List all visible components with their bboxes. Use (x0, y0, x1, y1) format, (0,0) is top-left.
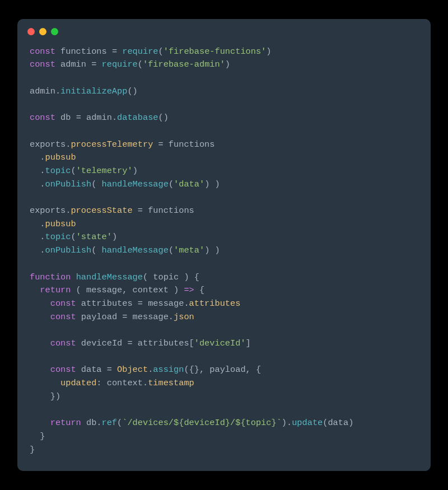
code-token: exports. (30, 139, 71, 150)
code-line: } (30, 445, 35, 455)
code-token: . (148, 365, 153, 375)
code-line: const attributes = message.attributes (30, 298, 240, 309)
code-token: ) { (179, 272, 199, 282)
code-token: 'telemetry' (76, 166, 133, 176)
code-token: ( (91, 179, 101, 189)
code-token (30, 365, 50, 375)
code-token: ( message, context ) (71, 285, 184, 295)
code-token: => (184, 285, 194, 295)
code-token: topic (153, 272, 179, 282)
code-token: = functions (153, 139, 214, 150)
code-token: : context. (96, 378, 148, 388)
code-token: ({}, payload, { (184, 365, 261, 375)
code-token: () (158, 113, 169, 123)
code-token: handleMessage (102, 179, 169, 189)
code-token: ( (169, 245, 174, 255)
code-token: ( (169, 179, 174, 189)
code-token: admin. (30, 86, 60, 96)
code-token: ) ) (204, 179, 220, 189)
code-token: = admin. (76, 113, 117, 123)
code-token: (data) (323, 418, 353, 428)
code-token: 'meta' (174, 245, 204, 255)
code-token: = (91, 59, 101, 69)
code-token (30, 418, 50, 428)
code-window: const functions = require('firebase-func… (17, 19, 431, 472)
code-token: onPublish (45, 245, 92, 255)
traffic-light-zoom-icon[interactable] (51, 28, 58, 35)
code-line: .pubsub (30, 219, 76, 229)
code-token: deviceId (76, 338, 128, 348)
code-token: 'firebase-admin' (143, 59, 225, 69)
code-token: ( (138, 59, 143, 69)
code-token: . (30, 152, 45, 162)
code-token: () (127, 86, 137, 96)
code-token: topic (45, 166, 71, 176)
code-token (30, 298, 50, 309)
code-token: = message. (122, 312, 174, 322)
code-token: } (30, 431, 45, 441)
code-line: .pubsub (30, 152, 76, 162)
code-token: db (55, 113, 76, 123)
code-token: processState (71, 206, 132, 216)
code-token: database (117, 113, 158, 123)
code-token: handleMessage (76, 272, 143, 282)
code-token: admin (55, 59, 91, 69)
traffic-light-minimize-icon[interactable] (39, 28, 46, 35)
code-line: const functions = require('firebase-func… (30, 46, 271, 57)
code-token: require (122, 46, 158, 57)
code-token: topic (45, 232, 71, 242)
code-token: ) ) (204, 245, 220, 255)
code-token: ( (158, 46, 164, 57)
code-token (30, 378, 60, 388)
code-line: return ( message, context ) => { (30, 285, 204, 295)
code-token: pubsub (45, 152, 76, 162)
code-token: timestamp (148, 378, 194, 388)
code-token (30, 285, 40, 295)
code-line: .onPublish( handleMessage('data') ) (30, 179, 220, 189)
code-token: 'data' (174, 179, 204, 189)
code-token: const (50, 312, 76, 322)
code-token: } (30, 445, 35, 455)
code-token: function (30, 272, 71, 282)
code-token: payload (76, 312, 123, 322)
code-token: ] (246, 338, 251, 348)
traffic-light-close-icon[interactable] (27, 28, 35, 35)
code-token: processTelemetry (71, 139, 153, 150)
code-token: ( (71, 232, 76, 242)
code-line: .onPublish( handleMessage('meta') ) (30, 245, 220, 255)
code-token: ref (102, 418, 118, 428)
code-token: pubsub (45, 219, 76, 229)
code-token: attributes (76, 298, 138, 309)
code-token: = message. (138, 298, 189, 309)
code-token: 'state' (76, 232, 112, 242)
code-token: data (76, 365, 107, 375)
code-token: update (292, 418, 323, 428)
code-token: require (102, 59, 138, 69)
code-token: updated (60, 378, 96, 388)
code-token: }) (30, 391, 60, 402)
code-line: const payload = message.json (30, 312, 194, 322)
code-token: 'deviceId' (194, 338, 246, 348)
code-token: ( (143, 272, 153, 282)
code-token: = (107, 365, 117, 375)
code-token: exports. (30, 206, 71, 216)
code-token: = functions (133, 206, 194, 216)
code-token: ) (133, 166, 138, 176)
code-token: json (174, 312, 194, 322)
code-line: const data = Object.assign({}, payload, … (30, 365, 261, 375)
code-token (71, 272, 76, 282)
code-token (30, 338, 50, 348)
code-token: initializeApp (60, 86, 127, 96)
code-token: ) (225, 59, 230, 69)
code-line: .topic('state') (30, 232, 117, 242)
code-line: const deviceId = attributes['deviceId'] (30, 338, 251, 348)
code-token: handleMessage (102, 245, 169, 255)
code-line: const db = admin.database() (30, 113, 169, 123)
code-token (30, 312, 50, 322)
code-token: functions (55, 46, 112, 57)
code-token: onPublish (45, 179, 92, 189)
code-token: const (30, 113, 55, 123)
code-line: function handleMessage( topic ) { (30, 272, 199, 282)
code-token: attributes (189, 298, 241, 309)
code-line: .topic('telemetry') (30, 166, 138, 176)
